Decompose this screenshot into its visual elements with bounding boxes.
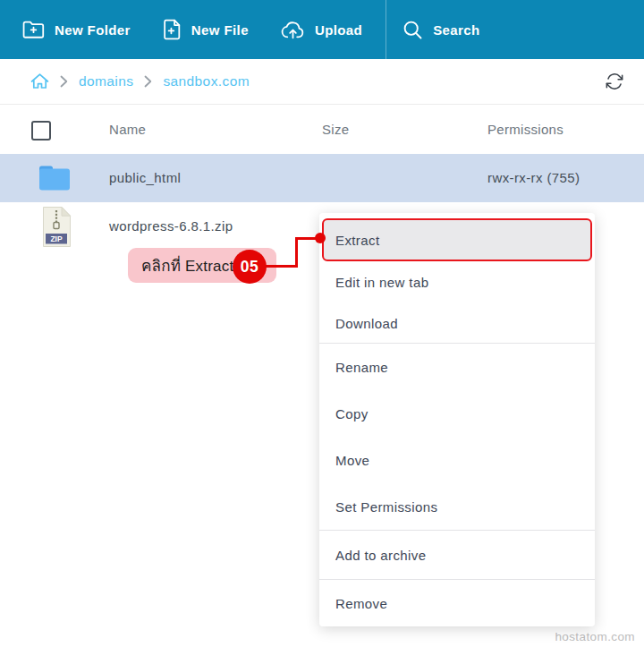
zip-file-icon: ZIP (39, 206, 73, 251)
column-header-permissions[interactable]: Permissions (487, 106, 564, 154)
search-icon (402, 20, 423, 40)
watermark: hostatom.com (555, 630, 635, 643)
file-permissions: rwx-rx-rx (755) (487, 154, 580, 202)
upload-icon (281, 20, 305, 39)
column-header-size[interactable]: Size (322, 106, 349, 154)
table-header: Name Size Permissions (0, 106, 644, 154)
chevron-right-icon (144, 75, 152, 88)
upload-button[interactable]: Upload (265, 0, 378, 59)
annotation-connector-line (265, 265, 298, 268)
step-number: 05 (241, 258, 258, 277)
toolbar: New Folder New File Upload (0, 0, 644, 59)
new-file-icon (163, 19, 182, 40)
table-row-public-html[interactable]: public_html rwx-rx-rx (755) (0, 154, 644, 202)
file-name: wordpress-6.8.1.zip (109, 202, 233, 251)
breadcrumb-link-sandbox[interactable]: sandbox.com (163, 73, 250, 89)
menu-item-add-to-archive[interactable]: Add to archive (319, 531, 595, 579)
annotation-connector-dot (315, 233, 326, 243)
menu-item-set-permissions[interactable]: Set Permissions (319, 483, 595, 530)
file-name: public_html (109, 154, 181, 202)
new-folder-label: New Folder (55, 22, 131, 38)
search-label: Search (433, 22, 479, 38)
menu-item-move[interactable]: Move (319, 437, 595, 483)
step-number-badge: 05 (233, 250, 267, 284)
menu-item-copy[interactable]: Copy (319, 390, 595, 437)
context-menu: Extract Edit in new tab Download Rename … (319, 213, 595, 626)
menu-item-download[interactable]: Download (319, 303, 595, 343)
menu-item-rename[interactable]: Rename (319, 344, 595, 390)
chevron-right-icon (60, 75, 68, 88)
annotation-connector-line (295, 237, 298, 268)
menu-item-remove[interactable]: Remove (319, 580, 595, 626)
new-folder-icon (22, 20, 45, 39)
new-file-label: New File (191, 22, 249, 38)
breadcrumb: domains sandbox.com (0, 59, 644, 105)
home-icon[interactable] (30, 72, 49, 90)
search-button[interactable]: Search (386, 0, 496, 59)
new-folder-button[interactable]: New Folder (0, 0, 147, 59)
menu-item-extract[interactable]: Extract (322, 218, 592, 261)
context-menu-section: Rename Copy Move Set Permissions (319, 343, 595, 530)
context-menu-section: Extract Edit in new tab Download (319, 218, 595, 343)
upload-label: Upload (315, 22, 362, 38)
context-menu-section: Remove (319, 579, 595, 626)
zip-badge-label: ZIP (50, 234, 63, 243)
context-menu-section: Add to archive (319, 530, 595, 579)
new-file-button[interactable]: New File (147, 0, 265, 59)
column-header-name[interactable]: Name (109, 106, 146, 154)
annotation-label: คลิกที่ Extract (141, 253, 233, 277)
menu-item-edit-in-new-tab[interactable]: Edit in new tab (319, 261, 595, 303)
select-all-checkbox[interactable] (31, 121, 51, 140)
folder-icon (38, 164, 72, 196)
refresh-icon[interactable] (605, 72, 624, 90)
breadcrumb-link-domains[interactable]: domains (79, 73, 133, 89)
